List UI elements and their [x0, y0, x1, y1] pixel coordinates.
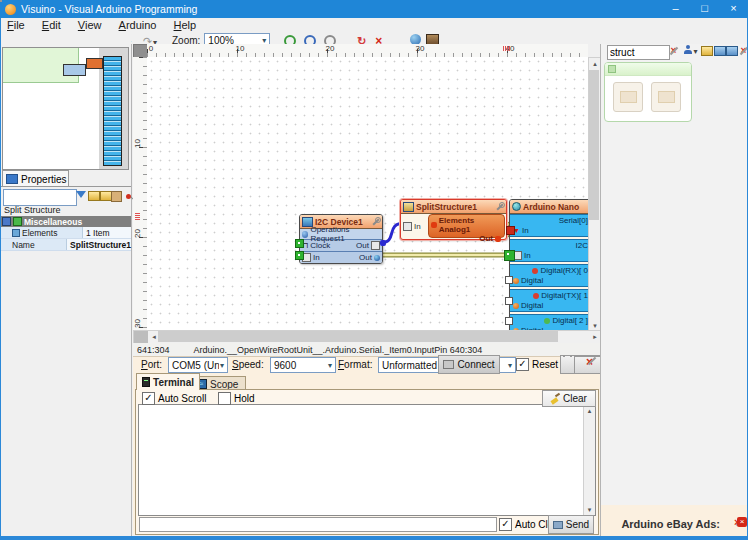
nano-section-i2c: I2C In	[510, 239, 589, 262]
minimap-split-thumb	[86, 58, 103, 69]
i2c-in-row: In Out	[300, 251, 382, 263]
new-category-folder-icon[interactable]	[701, 46, 712, 58]
property-category-row[interactable]: Miscellaneous	[0, 216, 131, 227]
auto-scroll-checkbox[interactable]: ✓ Auto Scroll	[142, 392, 206, 405]
nano-section-digital-tx: Digital(TX)[ 1 Digital	[510, 289, 589, 312]
nano-serial-in-pin[interactable]	[506, 226, 515, 235]
component-arduino-nano[interactable]: Arduino Nano Serial[0] ▼ In I2C In Digit…	[509, 199, 589, 330]
menu-file[interactable]: File	[0, 18, 32, 32]
disconnect-icon[interactable]: ×	[586, 355, 593, 369]
terminal-scroll-down-icon[interactable]: ▾	[584, 504, 595, 515]
component-thumb-make-structure[interactable]	[613, 82, 643, 112]
category-icon2	[13, 217, 22, 226]
category-mini-icon	[608, 65, 616, 73]
nano-icon	[512, 202, 521, 211]
minimize-button[interactable]: –	[661, 0, 690, 18]
i2c-clock-input-pin[interactable]	[295, 239, 304, 248]
expand-folders-icon[interactable]	[714, 46, 725, 58]
cursor-coordinates: 641:304	[137, 345, 170, 355]
collapse-folders-icon[interactable]	[726, 46, 737, 58]
minimap-i2c-thumb	[63, 64, 86, 76]
canvas-hscroll-thumb[interactable]	[158, 331, 558, 342]
nano-d2-pin[interactable]	[505, 317, 513, 325]
property-row-elements[interactable]: Elements 1 Item	[0, 227, 131, 239]
operation-icon	[302, 231, 308, 238]
menu-arduino[interactable]: Arduino	[112, 18, 164, 32]
nano-section-serial: Serial[0] ▼ In	[510, 214, 589, 237]
out-flame-icon[interactable]	[495, 236, 501, 242]
window-frame-left	[0, 18, 1, 540]
properties-filter-input[interactable]	[3, 189, 77, 206]
menu-help[interactable]: Help	[167, 18, 204, 32]
filter-user-icon[interactable]: ▾	[682, 45, 699, 57]
filter-funnel-icon[interactable]	[75, 190, 86, 201]
collapse-all-icon[interactable]	[100, 191, 111, 202]
nano-rx-pin[interactable]	[505, 276, 513, 284]
send-input[interactable]	[139, 517, 497, 532]
i2c-out-nub[interactable]	[380, 240, 386, 246]
right-splitter[interactable]	[600, 44, 601, 536]
nano-tx-pin[interactable]	[505, 297, 513, 305]
rx-icon	[532, 268, 538, 274]
i2c-in-input-pin[interactable]	[295, 251, 304, 260]
close-button[interactable]: ×	[719, 0, 748, 18]
property-grid: Miscellaneous Elements 1 Item Name Split…	[0, 216, 131, 251]
connect-button[interactable]: Connect	[438, 355, 500, 374]
clear-search-icon[interactable]: ×	[668, 45, 679, 57]
minimap[interactable]	[2, 47, 129, 170]
i2c-settings-wrench-icon[interactable]	[371, 217, 380, 226]
speed-select[interactable]: 9600▾	[270, 357, 336, 373]
component-thumb-split-structure[interactable]	[651, 82, 681, 112]
selected-component-label: Split Structure	[4, 205, 61, 215]
elements-icon	[12, 229, 20, 237]
digital-pin-icon	[513, 278, 519, 284]
categorize-icon[interactable]	[111, 191, 122, 202]
expand-all-icon[interactable]	[88, 191, 99, 202]
horizontal-ruler: 0 10 20 30 40	[147, 44, 588, 58]
clear-button[interactable]: Clear	[542, 390, 596, 407]
vertical-ruler: 10 20 30	[133, 57, 148, 330]
title-bar: Visuino - Visual Arduino Programming – □…	[0, 0, 748, 18]
nano-i2c-in-pin[interactable]	[504, 250, 515, 261]
hold-checkbox[interactable]: Hold	[218, 392, 255, 405]
terminal-output[interactable]: ▴ ▾	[138, 404, 596, 516]
ads-close-icon[interactable]: ×	[737, 517, 747, 527]
component-i2c-device[interactable]: I2C Device1 Operations Request1 ⊓ Clock …	[299, 214, 383, 264]
format-label: Format:	[338, 359, 372, 370]
in-out-connector-icon[interactable]	[374, 255, 380, 261]
visuino-logo-icon	[5, 4, 16, 15]
split-in-pin-icon[interactable]	[403, 222, 412, 231]
canvas-vscroll-thumb[interactable]	[589, 70, 599, 220]
left-splitter[interactable]	[131, 44, 132, 536]
cursor-x-marker	[503, 46, 510, 51]
category-icon	[2, 217, 11, 226]
send-icon	[553, 521, 563, 529]
port-select[interactable]: COM5 (Unava▾	[168, 357, 228, 373]
property-row-name[interactable]: Name SplitStructure1	[0, 239, 131, 251]
terminal-icon	[142, 377, 150, 387]
digital2-icon	[544, 318, 550, 324]
component-search-input[interactable]	[607, 45, 670, 60]
maximize-button[interactable]: □	[690, 0, 719, 18]
terminal-scrollbar[interactable]: ▴ ▾	[583, 405, 595, 515]
clock-out-connector-icon[interactable]	[371, 241, 380, 250]
tab-properties[interactable]: Properties	[2, 170, 69, 187]
i2c-operation-row: Operations Request1	[300, 229, 382, 239]
tab-terminal[interactable]: Terminal	[136, 373, 200, 390]
menu-bar: File Edit View Arduino Help	[0, 18, 748, 34]
nano-section-digital-rx: Digital(RX)[ 0 Digital	[510, 264, 589, 287]
split-elements-block[interactable]: Elements Analog1 Out	[428, 214, 505, 238]
tx-icon	[533, 293, 539, 299]
design-canvas[interactable]: I2C Device1 Operations Request1 ⊓ Clock …	[147, 57, 589, 330]
port-label: Port:	[141, 359, 162, 370]
cursor-y-marker	[135, 213, 140, 220]
reset-checkbox[interactable]: ✓ Reset	[516, 358, 558, 371]
split-settings-wrench-icon[interactable]	[495, 202, 504, 211]
menu-view[interactable]: View	[71, 18, 109, 32]
properties-tab-label: Properties	[21, 174, 67, 185]
properties-icon	[6, 174, 18, 184]
window-title: Visuino - Visual Arduino Programming	[21, 3, 197, 15]
properties-tab-divider	[0, 186, 131, 187]
send-button[interactable]: Send	[548, 515, 594, 534]
menu-edit[interactable]: Edit	[35, 18, 68, 32]
